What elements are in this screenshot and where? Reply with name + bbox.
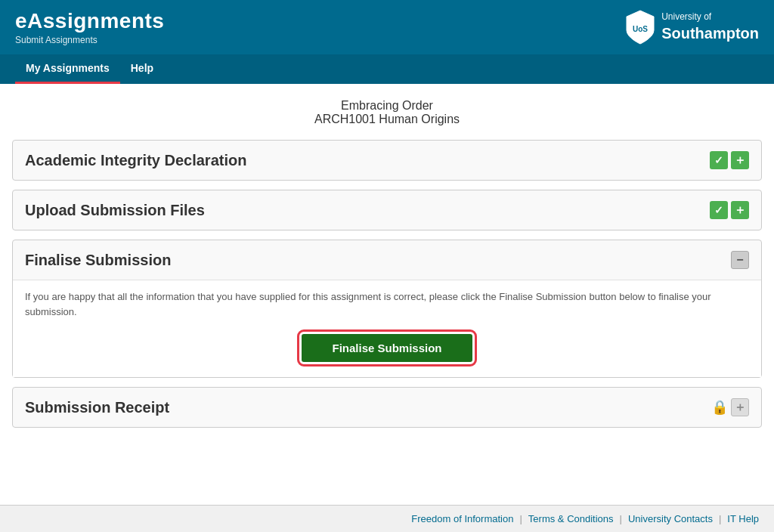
expand-icon[interactable]: ＋ xyxy=(731,151,749,169)
uni-logo: UoS University of Southampton xyxy=(625,9,759,45)
panel-academic-integrity: Academic Integrity Declaration ✓ ＋ xyxy=(12,140,762,181)
lock-icon: 🔒 xyxy=(711,399,728,416)
panel-receipt-icons: 🔒 ＋ xyxy=(711,398,749,416)
university-branding: UoS University of Southampton xyxy=(625,9,759,45)
panel-finalise: Finalise Submission − If you are happy t… xyxy=(12,240,762,378)
panel-finalise-title: Finalise Submission xyxy=(25,252,171,269)
svg-text:UoS: UoS xyxy=(633,25,648,33)
app-branding: eAssignments Submit Assignments xyxy=(15,9,164,45)
footer-link-contacts[interactable]: University Contacts xyxy=(628,513,713,524)
panel-receipt-title: Submission Receipt xyxy=(25,399,169,416)
panel-finalise-body: If you are happy that all the informatio… xyxy=(13,280,761,377)
finalise-btn-wrapper: Finalise Submission xyxy=(25,334,749,362)
panel-upload-files-title: Upload Submission Files xyxy=(25,202,205,219)
finalise-submission-button[interactable]: Finalise Submission xyxy=(302,334,472,362)
uni-shield-icon: UoS xyxy=(625,9,655,45)
panel-academic-integrity-title: Academic Integrity Declaration xyxy=(25,152,246,169)
nav-help[interactable]: Help xyxy=(120,54,164,84)
course-title: ARCH1001 Human Origins xyxy=(12,113,762,126)
panel-receipt-header[interactable]: Submission Receipt 🔒 ＋ xyxy=(13,388,761,427)
footer-link-terms[interactable]: Terms & Conditions xyxy=(528,513,614,524)
main-nav: My Assignments Help xyxy=(0,54,774,84)
nav-my-assignments[interactable]: My Assignments xyxy=(15,54,120,84)
finalise-description: If you are happy that all the informatio… xyxy=(25,289,749,319)
order-title: Embracing Order xyxy=(12,99,762,113)
check-icon: ✓ xyxy=(710,151,728,169)
panel-receipt: Submission Receipt 🔒 ＋ xyxy=(12,387,762,428)
panel-finalise-icons: − xyxy=(731,251,749,269)
footer-link-ithelp[interactable]: IT Help xyxy=(727,513,759,524)
main-content: Embracing Order ARCH1001 Human Origins A… xyxy=(0,84,774,505)
page-footer: Freedom of Information | Terms & Conditi… xyxy=(0,505,774,532)
panel-upload-files-icons: ✓ ＋ xyxy=(710,201,749,219)
app-title: eAssignments xyxy=(15,9,164,33)
check-icon: ✓ xyxy=(710,201,728,219)
footer-link-foi[interactable]: Freedom of Information xyxy=(411,513,513,524)
app-header: eAssignments Submit Assignments UoS Univ… xyxy=(0,0,774,54)
panel-academic-integrity-header[interactable]: Academic Integrity Declaration ✓ ＋ xyxy=(13,141,761,180)
expand-icon[interactable]: ＋ xyxy=(731,201,749,219)
panel-upload-files-header[interactable]: Upload Submission Files ✓ ＋ xyxy=(13,190,761,230)
uni-name: University of Southampton xyxy=(661,11,759,43)
page-heading: Embracing Order ARCH1001 Human Origins xyxy=(12,99,762,126)
collapse-icon[interactable]: − xyxy=(731,251,749,269)
expand-icon-locked: ＋ xyxy=(731,398,749,416)
app-subtitle: Submit Assignments xyxy=(15,35,164,45)
panel-upload-files: Upload Submission Files ✓ ＋ xyxy=(12,190,762,230)
panel-finalise-header[interactable]: Finalise Submission − xyxy=(13,240,761,280)
panel-academic-integrity-icons: ✓ ＋ xyxy=(710,151,749,169)
